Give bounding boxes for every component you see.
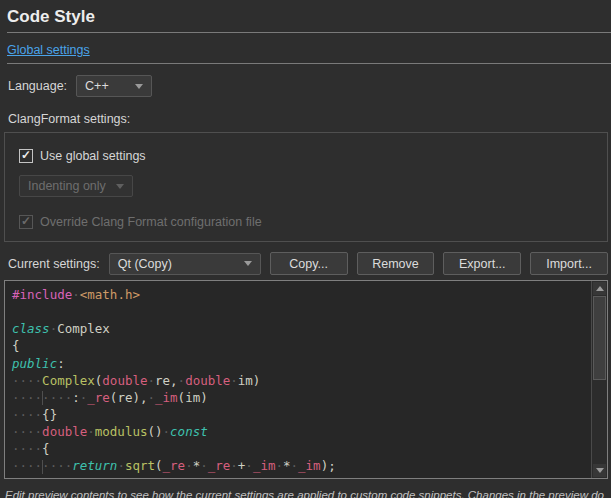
language-select[interactable]: C++ (76, 75, 152, 97)
code-token: · (291, 458, 299, 473)
code-token: _im (253, 458, 276, 473)
code-token: const (170, 424, 208, 439)
code-token: · (147, 373, 155, 388)
code-token: : (57, 356, 65, 371)
code-token: · (230, 373, 238, 388)
code-token: · (185, 458, 193, 473)
code-token: ); (321, 458, 336, 473)
code-token: _im (298, 458, 321, 473)
code-token: ···· (42, 458, 72, 473)
code-token: ···· (12, 458, 42, 473)
code-token: ···· (42, 390, 72, 405)
scroll-up-button[interactable] (593, 282, 606, 295)
use-global-settings-label: Use global settings (40, 149, 146, 163)
code-line: ····double·modulus()·const (12, 423, 589, 440)
override-config-label: Override Clang Format configuration file (40, 215, 262, 229)
arrow-down-icon (596, 468, 604, 473)
code-token: ···· (12, 390, 42, 405)
export-button[interactable]: Export... (443, 252, 521, 275)
code-token: double (42, 424, 87, 439)
import-button[interactable]: Import... (530, 252, 608, 275)
code-line: ····Complex(double·re,·double·im) (12, 372, 589, 389)
code-token: re, (155, 373, 178, 388)
code-token: · (72, 287, 80, 302)
code-token: class (12, 321, 50, 336)
code-token: double (102, 373, 147, 388)
code-token: {} (42, 407, 57, 422)
override-config-checkbox: ✓ Override Clang Format configuration fi… (19, 215, 262, 229)
scrollbar-thumb[interactable] (593, 296, 606, 380)
code-token: · (275, 458, 283, 473)
code-token: ( (155, 458, 163, 473)
code-token: · (178, 373, 186, 388)
code-token: double (185, 373, 230, 388)
code-line: ····{ (12, 440, 589, 457)
code-token: · (87, 424, 95, 439)
code-line: public: (12, 355, 589, 372)
code-line: ········return·sqrt(_re·*·_re·+·_im·*·_i… (12, 457, 589, 474)
code-token: · (148, 390, 156, 405)
code-token: * (283, 458, 291, 473)
formatting-mode-value: Indenting only (28, 179, 106, 193)
code-token: (re), (110, 390, 148, 405)
code-line: ····{} (12, 406, 589, 423)
code-token: im) (238, 373, 261, 388)
code-token: _re (208, 458, 231, 473)
code-token: _im (155, 390, 178, 405)
chevron-down-icon (135, 84, 143, 89)
code-line: { (12, 337, 589, 354)
arrow-up-icon (596, 286, 604, 291)
language-select-value: C++ (85, 79, 109, 93)
code-token: · (200, 458, 208, 473)
code-token: modulus (95, 424, 148, 439)
chevron-down-icon (244, 261, 252, 266)
separator (7, 63, 611, 64)
code-token: return (72, 458, 117, 473)
code-token: Complex (57, 321, 110, 336)
code-token: public (12, 356, 57, 371)
formatting-mode-select: Indenting only (19, 175, 133, 197)
code-token: · (245, 458, 253, 473)
remove-button[interactable]: Remove (357, 252, 435, 275)
global-settings-link[interactable]: Global settings (7, 43, 90, 57)
code-token: Complex (42, 373, 95, 388)
current-settings-value: Qt (Copy) (118, 257, 172, 271)
code-line: class·Complex (12, 320, 589, 337)
code-line: #include·<math.h> (12, 286, 589, 303)
clangformat-groupbox: ✓ Use global settings Indenting only ✓ O… (4, 132, 608, 242)
code-line: ········:·_re(re),·_im(im) (12, 389, 589, 406)
code-preview-editor[interactable]: #include·<math.h>class·Complex{public:··… (4, 280, 608, 479)
current-settings-select[interactable]: Qt (Copy) (109, 253, 261, 275)
scroll-down-button[interactable] (593, 464, 606, 477)
code-token: · (163, 424, 171, 439)
code-token: <math.h> (80, 287, 140, 302)
code-token: ···· (12, 373, 42, 388)
separator (7, 32, 611, 33)
code-token: ···· (12, 407, 42, 422)
code-token: · (117, 458, 125, 473)
checkbox-box: ✓ (19, 215, 33, 229)
code-token: sqrt (125, 458, 155, 473)
code-token: #include (12, 287, 72, 302)
code-token: ···· (12, 441, 42, 456)
checkbox-box[interactable]: ✓ (19, 149, 33, 163)
code-token: () (147, 424, 162, 439)
code-line (12, 303, 589, 320)
code-token: ···· (12, 424, 42, 439)
code-token: { (42, 441, 50, 456)
copy-button[interactable]: Copy... (270, 252, 348, 275)
vertical-scrollbar[interactable] (591, 281, 607, 478)
use-global-settings-checkbox[interactable]: ✓ Use global settings (19, 149, 146, 163)
chevron-down-icon (116, 184, 124, 189)
code-editor-content[interactable]: #include·<math.h>class·Complex{public:··… (5, 281, 607, 475)
code-token: _re (87, 390, 110, 405)
code-token: : (72, 390, 80, 405)
language-row: Language: C++ (8, 75, 611, 97)
checkmark-icon: ✓ (21, 149, 31, 161)
footer-help-text: Edit preview contents to see how the cur… (5, 487, 605, 498)
code-token: _re (163, 458, 186, 473)
current-settings-label: Current settings: (8, 257, 100, 271)
code-token: (im) (178, 390, 208, 405)
current-settings-row: Current settings: Qt (Copy) Copy... Remo… (8, 252, 608, 275)
page-title: Code Style (7, 7, 611, 27)
